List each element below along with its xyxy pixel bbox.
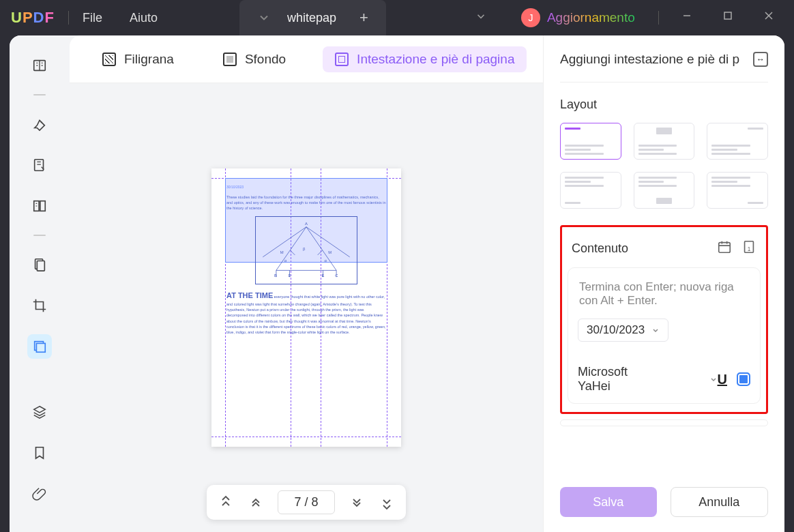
- tab-overflow-icon[interactable]: [475, 9, 487, 27]
- layout-bottom-center[interactable]: [634, 172, 695, 209]
- layout-top-left[interactable]: [560, 123, 621, 160]
- svg-text:M: M: [280, 250, 284, 254]
- svg-text:D: D: [289, 274, 291, 278]
- svg-text:C: C: [335, 274, 338, 278]
- content-textarea[interactable]: Termina con Enter; nuova riga con Alt + …: [578, 278, 750, 319]
- date-token[interactable]: 30/10/2023: [578, 319, 668, 342]
- reader-icon[interactable]: [27, 53, 52, 78]
- font-color-swatch[interactable]: [737, 372, 750, 386]
- figure: Aβ MM αα BD EC: [255, 216, 357, 284]
- svg-text:E: E: [322, 274, 325, 278]
- properties-panel: Aggiungi intestazione e piè di p ↔ Layou…: [543, 35, 784, 532]
- svg-text:α: α: [284, 258, 287, 263]
- layout-bottom-right[interactable]: [707, 172, 768, 209]
- svg-text:A: A: [305, 222, 308, 226]
- menu-file[interactable]: File: [83, 11, 102, 25]
- svg-rect-4: [40, 201, 45, 211]
- collapsed-section[interactable]: [560, 419, 768, 426]
- user-avatar[interactable]: J: [521, 8, 540, 27]
- chevron-down-icon: [709, 375, 718, 383]
- attachment-icon[interactable]: [27, 482, 52, 506]
- chevron-down-icon: [651, 326, 660, 334]
- upgrade-button[interactable]: Aggiornamento: [547, 10, 635, 25]
- minimize-button[interactable]: [682, 11, 692, 25]
- tab-background[interactable]: Sfondo: [211, 46, 298, 72]
- close-button[interactable]: [764, 11, 774, 25]
- svg-text:β: β: [303, 247, 306, 251]
- layout-top-right[interactable]: [707, 123, 768, 160]
- menu-help[interactable]: Aiuto: [130, 11, 158, 25]
- document-page-preview[interactable]: 30/10/2023 These studies laid the founda…: [211, 168, 401, 447]
- document-tab[interactable]: whitepap +: [239, 0, 386, 35]
- background-icon: [223, 53, 237, 66]
- save-button[interactable]: Salva: [560, 487, 657, 517]
- svg-rect-19: [719, 243, 731, 253]
- tab-label: Intestazione e piè di pagina: [357, 52, 514, 67]
- app-logo: UPDF: [11, 9, 55, 27]
- layout-top-center[interactable]: [634, 123, 695, 160]
- highlight-annotation: Contenuto 1 Termina con Enter; nuova rig…: [560, 225, 768, 414]
- left-sidebar: [10, 35, 70, 532]
- page-navigator: 7 / 8: [207, 485, 406, 520]
- watermark-icon: [102, 53, 116, 66]
- crop-icon[interactable]: [27, 293, 52, 318]
- first-page-button[interactable]: [218, 494, 234, 511]
- divider: [68, 11, 69, 25]
- edit-icon[interactable]: [27, 153, 52, 177]
- tab-title: whitepap: [287, 11, 336, 25]
- new-tab-button[interactable]: +: [359, 9, 368, 27]
- content-section-label: Contenuto: [572, 241, 628, 256]
- svg-rect-8: [36, 343, 45, 352]
- next-page-button[interactable]: [349, 494, 365, 511]
- tab-dropdown-icon[interactable]: [257, 11, 271, 25]
- body-text: everyone thought that white light was pu…: [226, 295, 385, 334]
- tab-header-footer[interactable]: Intestazione e piè di pagina: [323, 46, 527, 72]
- bookmark-icon[interactable]: [27, 441, 52, 465]
- layout-options: [560, 123, 768, 209]
- svg-text:1: 1: [748, 246, 751, 252]
- apply-to-pages-icon[interactable]: ↔: [753, 52, 768, 67]
- insert-date-icon[interactable]: [717, 239, 732, 258]
- tab-label: Filigrana: [124, 52, 174, 67]
- tools-icon[interactable]: [27, 252, 52, 277]
- organize-icon[interactable]: [27, 194, 52, 218]
- layout-section-label: Layout: [560, 98, 768, 112]
- prev-page-button[interactable]: [248, 494, 264, 511]
- layout-bottom-left[interactable]: [560, 172, 621, 209]
- svg-rect-0: [724, 12, 731, 19]
- underline-button[interactable]: U: [718, 372, 727, 387]
- svg-text:M: M: [328, 250, 332, 254]
- separator: [33, 235, 46, 236]
- tab-label: Sfondo: [245, 52, 286, 67]
- cancel-button[interactable]: Annulla: [671, 487, 769, 517]
- separator: [33, 94, 46, 95]
- page-tools-tabs: Filigrana Sfondo Intestazione e piè di p…: [70, 35, 543, 83]
- font-select[interactable]: Microsoft YaHei: [578, 365, 718, 394]
- svg-rect-6: [37, 261, 44, 271]
- panel-title: Aggiungi intestazione e piè di p: [560, 52, 739, 67]
- layers-icon[interactable]: [27, 400, 52, 424]
- header-footer-icon: [335, 53, 349, 66]
- svg-text:α: α: [324, 258, 327, 263]
- tab-watermark[interactable]: Filigrana: [90, 46, 186, 72]
- maximize-button[interactable]: [723, 11, 733, 25]
- comment-icon[interactable]: [27, 112, 52, 136]
- divider: [658, 11, 659, 25]
- page-layout-icon[interactable]: [27, 334, 52, 359]
- last-page-button[interactable]: [379, 494, 395, 511]
- heading: AT THE TIME: [226, 291, 273, 299]
- insert-page-number-icon[interactable]: 1: [741, 239, 756, 258]
- svg-rect-2: [35, 160, 44, 171]
- page-number-input[interactable]: 7 / 8: [278, 490, 335, 514]
- svg-text:B: B: [274, 274, 277, 278]
